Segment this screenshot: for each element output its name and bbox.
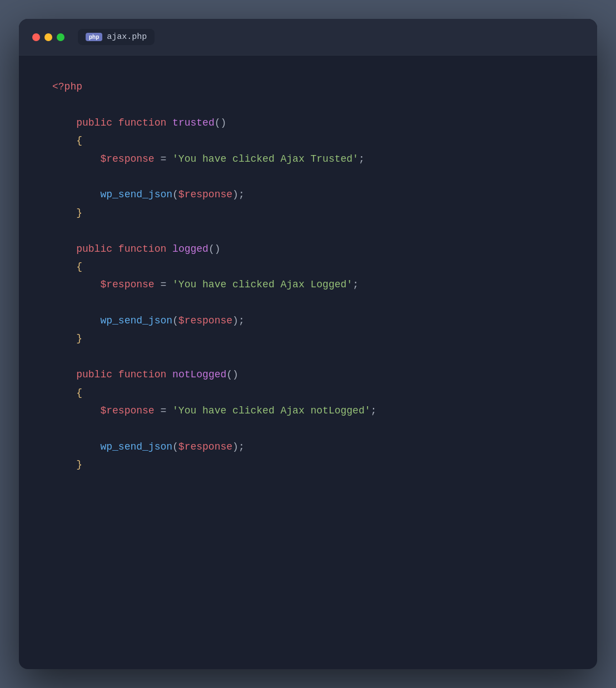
fn1-body-line1: $response = 'You have clicked Ajax Trust…	[52, 150, 564, 168]
fn2-close-brace: }	[52, 330, 564, 347]
traffic-lights	[32, 33, 64, 41]
fn3-signature: public function notLogged()	[52, 366, 564, 383]
file-tab[interactable]: php ajax.php	[78, 29, 155, 45]
fn2-body-line1: $response = 'You have clicked Ajax Logge…	[52, 276, 564, 293]
maximize-button[interactable]	[57, 33, 64, 41]
close-button[interactable]	[32, 33, 40, 41]
fn1-open-brace: {	[52, 132, 564, 149]
blank-1	[52, 96, 564, 113]
fn2-body-line2: wp_send_json($response);	[52, 312, 564, 330]
tab-filename: ajax.php	[107, 32, 147, 42]
titlebar: php ajax.php	[19, 19, 597, 56]
blank-3	[52, 348, 564, 366]
fn3-body-line2: wp_send_json($response);	[52, 438, 564, 456]
fn1-body-line2: wp_send_json($response);	[52, 186, 564, 203]
fn2-blank	[52, 294, 564, 312]
fn3-close-brace: }	[52, 456, 564, 473]
fn3-blank	[52, 420, 564, 437]
fn2-open-brace: {	[52, 258, 564, 276]
php-badge: php	[86, 33, 102, 41]
fn3-open-brace: {	[52, 384, 564, 402]
fn2-signature: public function logged()	[52, 240, 564, 258]
fn3-body-line1: $response = 'You have clicked Ajax notLo…	[52, 402, 564, 420]
fn1-blank	[52, 168, 564, 186]
code-editor: <?php public function trusted() { $respo…	[19, 56, 597, 507]
blank-2	[52, 222, 564, 240]
php-open-tag: <?php	[52, 78, 564, 96]
fn1-close-brace: }	[52, 204, 564, 222]
fn1-signature: public function trusted()	[52, 114, 564, 132]
editor-window: php ajax.php <?php public function trust…	[19, 19, 597, 669]
minimize-button[interactable]	[44, 33, 52, 41]
